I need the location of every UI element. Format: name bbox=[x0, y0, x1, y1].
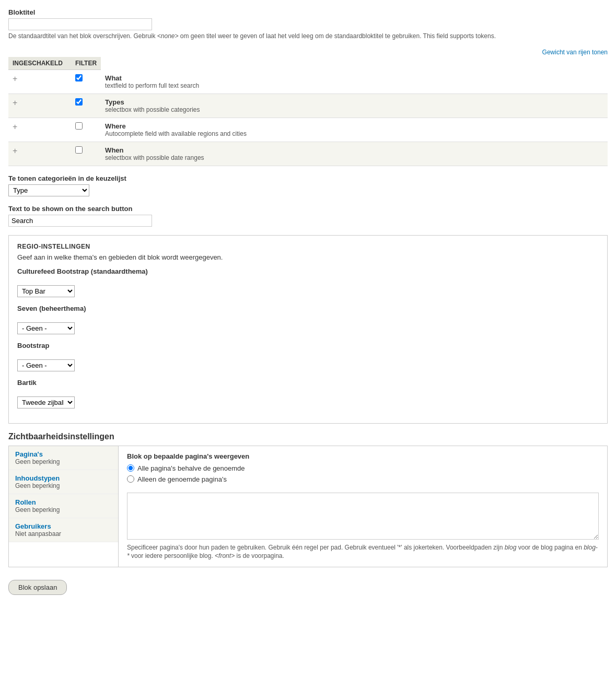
regio-field-label-1: Seven (beheerthema) bbox=[17, 305, 599, 312]
regio-field-label-0: Culturefeed Bootstrap (standaardthema) bbox=[17, 267, 599, 275]
table-row: + Where Autocomplete field with availabl… bbox=[8, 118, 608, 142]
bloktitel-input[interactable] bbox=[8, 18, 152, 30]
radio-only-label: Alleen de genoemde pagina's bbox=[127, 475, 599, 483]
regio-field-1: Seven (beheerthema)- Geen -InhoudHelpDas… bbox=[17, 305, 599, 334]
checkbox-cell bbox=[71, 118, 101, 142]
row-desc-2: Autocomplete field with available region… bbox=[105, 130, 603, 137]
pages-textarea[interactable] bbox=[127, 493, 599, 540]
drag-handle: + bbox=[8, 142, 71, 166]
row-checkbox-2[interactable] bbox=[75, 122, 83, 130]
zichtbaarheid-container: Pagina'sGeen beperkingInhoudstypenGeen b… bbox=[8, 446, 608, 568]
save-button[interactable]: Blok opslaan bbox=[8, 580, 67, 595]
drag-handle: + bbox=[8, 118, 71, 142]
bloktitel-desc: De standaardtitel van het blok overschri… bbox=[8, 32, 608, 40]
zichtbaarheid-right: Blok op bepaalde pagina's weergeven Alle… bbox=[119, 446, 607, 567]
regio-select-0[interactable]: Top Bar- Geen -ZijbalkTweede zijbalkInho… bbox=[17, 285, 75, 297]
row-content-0: What textfield to perform full text sear… bbox=[101, 70, 608, 94]
regio-select-3[interactable]: Tweede zijbalk- Geen -KoptekstEerste zij… bbox=[17, 396, 75, 408]
row-checkbox-0[interactable] bbox=[75, 74, 83, 81]
regio-select-1[interactable]: - Geen -InhoudHelpDashboard bbox=[17, 322, 75, 334]
zicht-left-item-3: GebruikersNiet aanpasbaar bbox=[9, 518, 118, 542]
search-button-label: Text to be shown on the search button bbox=[8, 205, 608, 213]
row-content-2: Where Autocomplete field with available … bbox=[101, 118, 608, 142]
drag-handle: + bbox=[8, 70, 71, 94]
row-checkbox-1[interactable] bbox=[75, 98, 83, 106]
radio-only-text: Alleen de genoemde pagina's bbox=[137, 475, 227, 483]
radio-all[interactable] bbox=[127, 464, 134, 472]
pages-desc: Specificeer pagina's door hun paden te g… bbox=[127, 543, 599, 561]
categories-select[interactable]: TypeCategorieAlle bbox=[8, 184, 89, 196]
regio-field-2: Bootstrap- Geen -Top BarZijbalkTweede zi… bbox=[17, 342, 599, 371]
radio-all-text: Alle pagina's behalve de genoemde bbox=[137, 464, 245, 472]
radio-only[interactable] bbox=[127, 475, 134, 483]
zicht-left-link-0[interactable]: Pagina's bbox=[15, 450, 43, 458]
col-ingeschakeld: INGESCHAKELD bbox=[8, 57, 71, 70]
row-name-1: Types bbox=[105, 98, 603, 106]
categories-label: Te tonen categorieën in de keuzelijst bbox=[8, 174, 608, 182]
checkbox-cell bbox=[71, 142, 101, 166]
regio-field-label-2: Bootstrap bbox=[17, 342, 599, 349]
zicht-left-sub-0: Geen beperking bbox=[15, 458, 112, 465]
regio-field-3: BartikTweede zijbalk- Geen -KoptekstEers… bbox=[17, 379, 599, 408]
zicht-left-sub-2: Geen beperking bbox=[15, 506, 112, 513]
row-content-3: When selectbox with possible date ranges bbox=[101, 142, 608, 166]
save-section: Blok opslaan bbox=[8, 576, 608, 595]
regio-title: REGIO-INSTELLINGEN bbox=[17, 243, 599, 250]
regio-desc: Geef aan in welke thema's en gebieden di… bbox=[17, 253, 599, 261]
gewicht-link[interactable]: Gewicht van rijen tonen bbox=[542, 49, 608, 56]
zichtbaarheid-title: Zichtbaarheidsinstellingen bbox=[8, 432, 608, 441]
table-row: + Types selectbox with possible categori… bbox=[8, 94, 608, 118]
regio-field-0: Culturefeed Bootstrap (standaardthema)To… bbox=[17, 267, 599, 297]
table-row: + When selectbox with possible date rang… bbox=[8, 142, 608, 166]
zicht-left-item-2: RollenGeen beperking bbox=[9, 494, 118, 518]
checkbox-cell bbox=[71, 70, 101, 94]
row-desc-3: selectbox with possible date ranges bbox=[105, 154, 603, 161]
paginas-heading: Blok op bepaalde pagina's weergeven bbox=[127, 452, 599, 460]
row-name-3: When bbox=[105, 146, 603, 154]
regio-select-2[interactable]: - Geen -Top BarZijbalkTweede zijbalk bbox=[17, 359, 75, 371]
bloktitel-section: Bloktitel De standaardtitel van het blok… bbox=[8, 8, 608, 40]
row-desc-1: selectbox with possible categories bbox=[105, 106, 603, 113]
regio-box: REGIO-INSTELLINGEN Geef aan in welke the… bbox=[8, 235, 608, 424]
table-row: + What textfield to perform full text se… bbox=[8, 70, 608, 94]
row-desc-0: textfield to perform full text search bbox=[105, 82, 603, 89]
zicht-left-link-1[interactable]: Inhoudstypen bbox=[15, 474, 60, 482]
zicht-left-link-3[interactable]: Gebruikers bbox=[15, 522, 51, 530]
gewicht-row: Gewicht van rijen tonen bbox=[8, 48, 608, 56]
row-name-2: Where bbox=[105, 122, 603, 130]
zicht-left-link-2[interactable]: Rollen bbox=[15, 498, 36, 506]
bloktitel-label: Bloktitel bbox=[8, 8, 608, 16]
zicht-left-sub-3: Niet aanpasbaar bbox=[15, 530, 112, 538]
zicht-left-item-1: InhoudstypenGeen beperking bbox=[9, 470, 118, 494]
categories-section: Te tonen categorieën in de keuzelijst Ty… bbox=[8, 174, 608, 196]
zichtbaarheid-section: Zichtbaarheidsinstellingen Pagina'sGeen … bbox=[8, 432, 608, 568]
filter-table: INGESCHAKELD FILTER + What textfield to … bbox=[8, 57, 608, 166]
zicht-left-item-0: Pagina'sGeen beperking bbox=[9, 446, 118, 470]
search-button-input[interactable] bbox=[8, 215, 152, 227]
row-checkbox-3[interactable] bbox=[75, 146, 83, 154]
checkbox-cell bbox=[71, 94, 101, 118]
col-filter: FILTER bbox=[71, 57, 101, 70]
zichtbaarheid-left: Pagina'sGeen beperkingInhoudstypenGeen b… bbox=[9, 446, 119, 567]
regio-field-label-3: Bartik bbox=[17, 379, 599, 387]
row-content-1: Types selectbox with possible categories bbox=[101, 94, 608, 118]
radio-all-label: Alle pagina's behalve de genoemde bbox=[127, 464, 599, 472]
drag-handle: + bbox=[8, 94, 71, 118]
search-button-section: Text to be shown on the search button bbox=[8, 205, 608, 227]
row-name-0: What bbox=[105, 74, 603, 82]
zicht-left-sub-1: Geen beperking bbox=[15, 482, 112, 489]
